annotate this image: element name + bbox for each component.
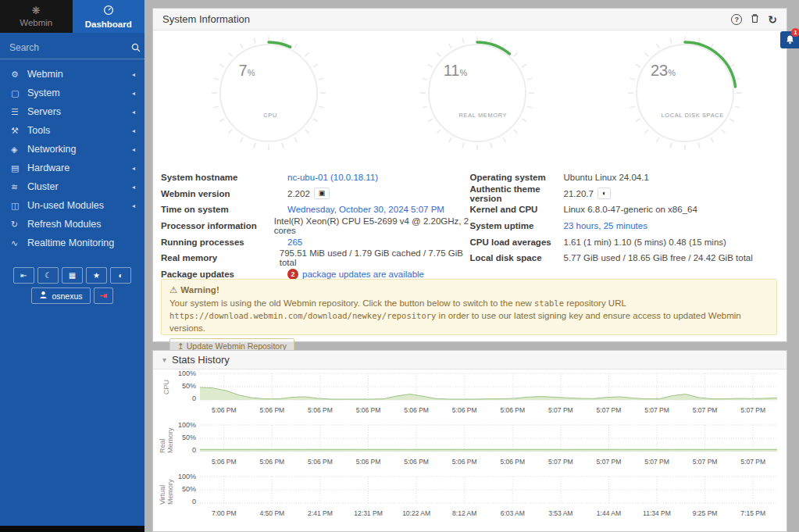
collapse-icon[interactable]: ▾ (162, 355, 166, 364)
info-value[interactable]: Wednesday, October 30, 2024 5:07 PM (287, 205, 444, 214)
info-row-authentic-theme-version: Authentic theme version21.20.7◐ (470, 186, 779, 202)
sidebar-item-un-used-modules[interactable]: ◫Un-used Modules◂ (0, 196, 144, 215)
help-icon[interactable]: ? (731, 14, 742, 25)
sidebar-item-networking[interactable]: ◈Networking◂ (0, 140, 144, 159)
tab-webmin[interactable]: ❋ Webmin (0, 0, 73, 33)
warning-box: ⚠Warning! Your system is using the old W… (161, 279, 777, 335)
x-tick-label: 5:07 PM (633, 458, 681, 466)
y-tick-label: 0 (192, 498, 196, 505)
x-tick-label: 5:06 PM (344, 406, 393, 414)
info-label: Time on system (161, 205, 287, 214)
y-axis-ticks: 100%50%0 (172, 372, 200, 402)
x-tick-label: 5:06 PM (392, 458, 441, 466)
x-tick-label: 5:07 PM (729, 458, 777, 466)
info-label: Webmin version (161, 189, 287, 198)
cpu-gauge-value: 7% (204, 62, 290, 80)
sidebar-item-hardware[interactable]: ▤Hardware◂ (0, 159, 144, 177)
local-disk-gauge-dial (619, 37, 751, 154)
sidebar-item-label: Realtime Monitoring (27, 237, 114, 248)
x-tick-label: 11:34 PM (633, 509, 681, 517)
info-value: 21.20.7 (564, 189, 594, 198)
changelog-icon[interactable]: ▣ (314, 187, 330, 199)
info-label: Package updates (161, 270, 287, 279)
cpu-gauge: 7% CPU (202, 37, 335, 154)
stats-history-panel: ▾ Stats History CPU100%50%05:06 PM5:06 P… (152, 350, 787, 532)
info-row-system-hostname: System hostnamenc-ubu-01 (10.0.18.11) (161, 170, 470, 186)
sidebar-item-refresh-modules[interactable]: ↻Refresh Modules (0, 215, 144, 234)
x-tick-label: 5:07 PM (585, 458, 633, 466)
stats-chart-cpu: CPU100%50%05:06 PM5:06 PM5:06 PM5:06 PM5… (161, 372, 777, 417)
info-value[interactable]: nc-ubu-01 (10.0.18.11) (287, 173, 378, 182)
x-tick-label: 1:44 AM (585, 509, 633, 517)
chevron-left-icon: ◂ (132, 109, 135, 116)
y-tick-label: 0 (192, 446, 196, 454)
chevron-left-icon: ◂ (132, 90, 135, 97)
cpu-gauge-dial (202, 37, 335, 154)
sidebar-item-label: Refresh Modules (27, 219, 102, 230)
info-label: System hostname (161, 173, 287, 182)
info-value[interactable]: 265 (287, 237, 302, 247)
info-value: 1.61 (1 min) 1.10 (5 mins) 0.48 (15 mins… (564, 237, 726, 247)
chart-axis-title: Real Memory (161, 423, 172, 453)
logout-button[interactable]: ⇥ (94, 287, 113, 304)
x-tick-label: 5:07 PM (681, 406, 729, 414)
x-tick-label: 5:07 PM (537, 458, 585, 466)
x-tick-label: 2:41 PM (296, 509, 344, 517)
info-label: Processor information (161, 221, 274, 230)
collapse-sidebar-button[interactable]: ⇤ (13, 267, 34, 284)
y-tick-label: 50% (182, 485, 196, 493)
chart-axis-title: Virtual Memory (161, 475, 172, 505)
info-row-running-processes: Running processes265 (161, 234, 470, 250)
stats-history-header: ▾ Stats History (153, 351, 787, 370)
warning-title: ⚠Warning! (169, 284, 769, 295)
chart-area: 7:00 PM4:50 PM2:41 PM12:31 PM10:22 AM8:1… (200, 475, 777, 517)
sidebar-item-system[interactable]: ▢System◂ (0, 84, 144, 102)
sidebar-item-tools[interactable]: ⚒Tools◂ (0, 121, 144, 140)
theme-palette-button[interactable]: ◐ (110, 267, 131, 284)
sidebar-item-webmin[interactable]: ⚙Webmin◂ (0, 65, 144, 84)
page-title: System Information (162, 13, 250, 25)
x-axis-labels: 5:06 PM5:06 PM5:06 PM5:06 PM5:06 PM5:06 … (200, 406, 777, 414)
night-mode-button[interactable]: ☾ (37, 267, 59, 284)
x-tick-label: 5:06 PM (441, 458, 489, 466)
tab-dashboard[interactable]: Dashboard (73, 0, 145, 33)
sidebar-item-label: System (27, 87, 60, 98)
package-updates-count-badge: 2 (287, 269, 298, 280)
chart-axis-title: CPU (161, 372, 172, 402)
x-tick-label: 5:06 PM (248, 458, 297, 466)
info-value[interactable]: package updates are available (302, 270, 424, 279)
background-button[interactable]: ▦ (62, 267, 83, 284)
hardware-icon: ▤ (11, 163, 27, 173)
info-column-right: Operating systemUbuntu Linux 24.04.1Auth… (470, 170, 779, 282)
search-input[interactable] (9, 42, 130, 53)
system-information-header: System Information ? ↻ (153, 9, 787, 30)
user-button[interactable]: osnexus (31, 287, 90, 304)
x-tick-label: 5:06 PM (344, 458, 393, 466)
sidebar-item-servers[interactable]: ☰Servers◂ (0, 102, 144, 121)
info-value[interactable]: 23 hours, 25 minutes (564, 221, 647, 230)
sidebar-item-cluster[interactable]: ≋Cluster◂ (0, 177, 144, 196)
search-icon[interactable] (130, 42, 141, 53)
y-axis-ticks: 100%50%0 (172, 475, 200, 505)
user-name: osnexus (52, 291, 82, 301)
info-row-system-uptime: System uptime23 hours, 25 minutes (470, 218, 779, 234)
local-disk-gauge-value: 23% (620, 62, 706, 80)
chart-plot (200, 372, 777, 402)
favorites-button[interactable]: ★ (86, 267, 107, 284)
palette-icon[interactable]: ◐ (597, 187, 611, 199)
sidebar-footer: ⇤☾▦★◐ osnexus ⇥ (0, 267, 144, 304)
chevron-left-icon: ◂ (132, 184, 135, 191)
footer-buttons: ⇤☾▦★◐ (0, 267, 144, 284)
trash-icon[interactable] (751, 12, 759, 27)
chevron-left-icon: ◂ (132, 127, 135, 134)
night-mode-icon: ☾ (45, 271, 52, 280)
notification-count-badge: 1 (791, 28, 799, 37)
y-axis-ticks: 100%50%0 (172, 423, 200, 453)
info-label: CPU load averages (470, 237, 564, 247)
chart-plot (200, 423, 777, 453)
sidebar-item-label: Servers (27, 106, 61, 117)
sidebar-item-realtime-monitoring[interactable]: ∿Realtime Monitoring (0, 234, 144, 252)
sidebar-item-label: Networking (27, 144, 77, 155)
notifications-button[interactable]: 1 (780, 31, 799, 48)
refresh-icon[interactable]: ↻ (768, 14, 777, 25)
